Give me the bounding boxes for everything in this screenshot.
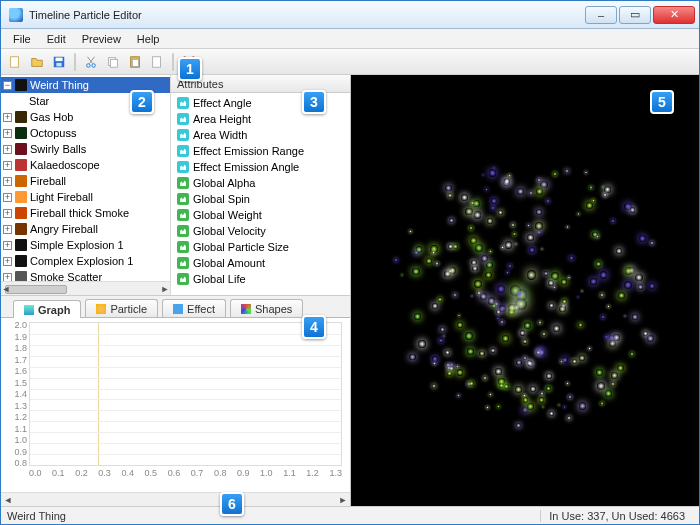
new-page-button[interactable] <box>147 52 167 72</box>
expand-toggle[interactable] <box>3 209 12 218</box>
copy-button[interactable] <box>103 52 123 72</box>
effect-tree[interactable]: Weird ThingStarGas HobOctopussSwirly Bal… <box>1 75 170 281</box>
attribute-icon <box>177 225 189 237</box>
expand-toggle[interactable] <box>3 161 12 170</box>
menu-help[interactable]: Help <box>129 31 168 47</box>
tree-item[interactable]: Gas Hob <box>1 109 170 125</box>
svg-rect-10 <box>153 56 161 67</box>
svg-rect-9 <box>132 59 138 66</box>
svg-point-4 <box>87 63 91 67</box>
tree-item-label: Weird Thing <box>30 79 89 91</box>
expand-toggle[interactable] <box>3 193 12 202</box>
svg-rect-3 <box>56 62 61 66</box>
tree-item[interactable]: Kalaedoscope <box>1 157 170 173</box>
cut-button[interactable] <box>81 52 101 72</box>
tree-item-label: Octopuss <box>30 127 76 139</box>
tab-effect[interactable]: Effect <box>162 299 226 317</box>
expand-toggle[interactable] <box>3 177 12 186</box>
expand-toggle[interactable] <box>3 225 12 234</box>
tree-item[interactable]: Simple Explosion 1 <box>1 237 170 253</box>
graph-tabs: Graph Particle Effect Shapes <box>1 296 350 318</box>
attribute-item[interactable]: Effect Emission Range <box>173 143 348 159</box>
paste-button[interactable] <box>125 52 145 72</box>
svg-point-5 <box>92 63 96 67</box>
status-left: Weird Thing <box>7 510 66 522</box>
toolbar <box>1 49 699 75</box>
attribute-item[interactable]: Effect Angle <box>173 95 348 111</box>
attribute-item[interactable]: Effect Emission Angle <box>173 159 348 175</box>
tree-item[interactable]: Complex Explosion 1 <box>1 253 170 269</box>
toolbar-separator <box>74 53 76 71</box>
svg-rect-2 <box>56 57 63 61</box>
new-button[interactable] <box>5 52 25 72</box>
tab-graph[interactable]: Graph <box>13 300 81 318</box>
tree-item-label: Light Fireball <box>30 191 93 203</box>
tree-hscrollbar[interactable]: ◄► <box>1 281 170 295</box>
attribute-item[interactable]: Global Amount <box>173 255 348 271</box>
open-button[interactable] <box>27 52 47 72</box>
attribute-item[interactable]: Global Life <box>173 271 348 287</box>
window-title: Timeline Particle Editor <box>29 9 142 21</box>
expand-toggle[interactable] <box>3 129 12 138</box>
left-column: Weird ThingStarGas HobOctopussSwirly Bal… <box>1 75 351 506</box>
attribute-item[interactable]: Global Alpha <box>173 175 348 191</box>
tree-item-label: Swirly Balls <box>30 143 86 155</box>
menu-preview[interactable]: Preview <box>74 31 129 47</box>
attribute-item[interactable]: Area Width <box>173 127 348 143</box>
attribute-icon <box>177 241 189 253</box>
status-usage: In Use: 337, Un Used: 4663 <box>540 510 693 522</box>
tree-item-label: Star <box>29 95 49 107</box>
expand-toggle[interactable] <box>3 257 12 266</box>
save-button[interactable] <box>49 52 69 72</box>
main-body: Weird ThingStarGas HobOctopussSwirly Bal… <box>1 75 699 506</box>
tree-item[interactable]: Fireball <box>1 173 170 189</box>
tree-item[interactable]: Weird Thing <box>1 77 170 93</box>
attributes-list[interactable]: Effect AngleArea HeightArea WidthEffect … <box>171 93 350 295</box>
tree-item-label: Gas Hob <box>30 111 73 123</box>
tree-item[interactable]: Fireball thick Smoke <box>1 205 170 221</box>
tree-item[interactable]: Star <box>1 93 170 109</box>
attribute-label: Area Width <box>193 129 247 141</box>
menu-file[interactable]: File <box>5 31 39 47</box>
tree-item[interactable]: Smoke Scatter <box>1 269 170 281</box>
close-button[interactable]: ✕ <box>653 6 695 24</box>
minimize-button[interactable]: – <box>585 6 617 24</box>
tree-item-label: Fireball <box>30 175 66 187</box>
attribute-icon <box>177 209 189 221</box>
menu-edit[interactable]: Edit <box>39 31 74 47</box>
svg-rect-0 <box>11 56 19 67</box>
attribute-item[interactable]: Area Height <box>173 111 348 127</box>
maximize-button[interactable]: ▭ <box>619 6 651 24</box>
tab-particle[interactable]: Particle <box>85 299 158 317</box>
graph-hscrollbar[interactable]: ◄► <box>1 492 350 506</box>
attribute-item[interactable]: Global Velocity <box>173 223 348 239</box>
tree-item[interactable]: Swirly Balls <box>1 141 170 157</box>
expand-toggle[interactable] <box>3 241 12 250</box>
tab-shapes[interactable]: Shapes <box>230 299 303 317</box>
expand-toggle[interactable] <box>3 113 12 122</box>
lower-panel: Graph Particle Effect Shapes 2.01.91.81.… <box>1 295 350 506</box>
effect-icon <box>15 223 27 235</box>
tree-item[interactable]: Angry Fireball <box>1 221 170 237</box>
attribute-item[interactable]: Global Particle Size <box>173 239 348 255</box>
attribute-label: Effect Emission Range <box>193 145 304 157</box>
attribute-label: Global Alpha <box>193 177 255 189</box>
effect-icon <box>15 111 27 123</box>
expand-toggle[interactable] <box>3 145 12 154</box>
expand-toggle[interactable] <box>3 81 12 90</box>
delete-button[interactable] <box>179 52 199 72</box>
attribute-item[interactable]: Global Weight <box>173 207 348 223</box>
graph-area[interactable]: 2.01.91.81.71.61.51.41.31.21.11.00.90.8 … <box>1 318 350 492</box>
tree-item[interactable]: Octopuss <box>1 125 170 141</box>
effect-icon <box>173 304 183 314</box>
effect-icon <box>15 143 27 155</box>
app-icon <box>9 8 23 22</box>
tree-item-label: Fireball thick Smoke <box>30 207 129 219</box>
menu-bar: File Edit Preview Help <box>1 29 699 49</box>
effect-icon <box>15 79 27 91</box>
preview-pane[interactable] <box>351 75 699 506</box>
attribute-item[interactable]: Global Spin <box>173 191 348 207</box>
attribute-icon <box>177 129 189 141</box>
tree-item[interactable]: Light Fireball <box>1 189 170 205</box>
expand-toggle[interactable] <box>3 273 12 282</box>
